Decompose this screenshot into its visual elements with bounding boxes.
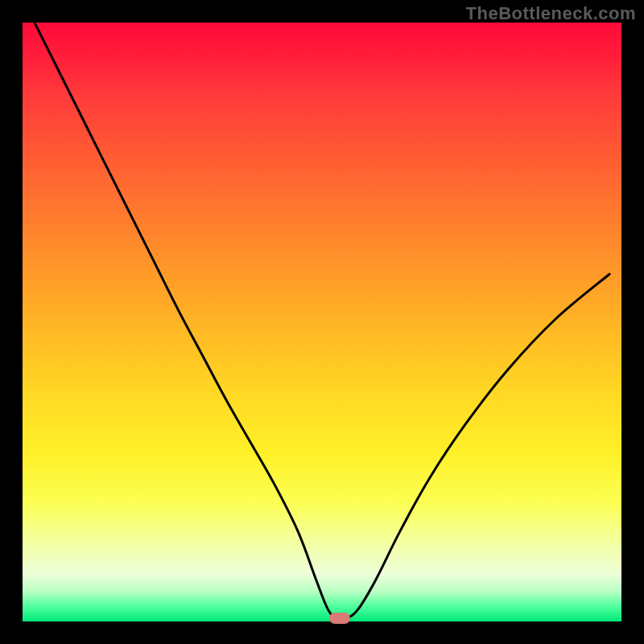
chart-frame: TheBottleneck.com [0, 0, 644, 644]
watermark-text: TheBottleneck.com [466, 3, 636, 24]
bottleneck-curve [23, 23, 621, 621]
plot-area [23, 23, 621, 621]
optimum-marker [329, 613, 350, 624]
